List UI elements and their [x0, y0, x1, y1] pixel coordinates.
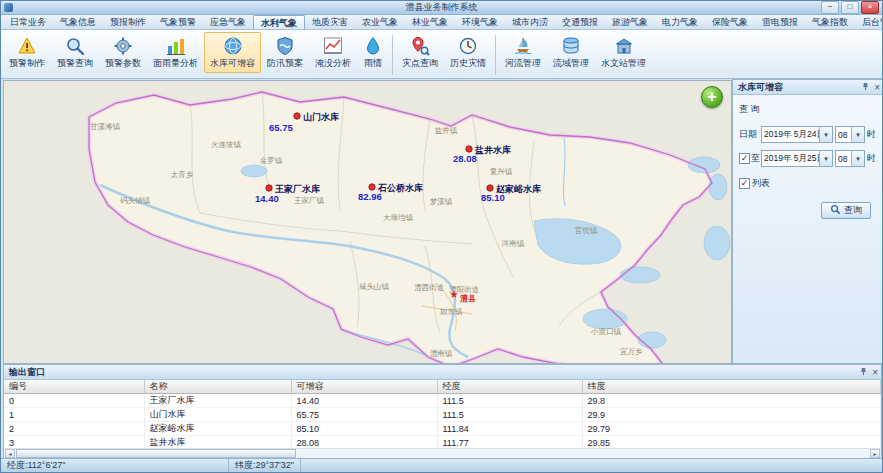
column-header[interactable]: 纬度: [582, 380, 881, 394]
title-bar: 澧县业务制作系统 − □ ×: [1, 1, 882, 15]
reservoir-name: 盐井水库: [474, 145, 511, 155]
toolbar-warning-query-button[interactable]: 预警查询: [51, 32, 99, 73]
pin-icon[interactable]: [859, 367, 868, 378]
toolbar-warning-create-button[interactable]: 预警制作: [3, 32, 51, 73]
pin-icon[interactable]: [861, 82, 870, 93]
basin-layers-icon: [561, 36, 581, 56]
close-button[interactable]: ×: [861, 1, 879, 14]
reservoir-name: 石公桥水库: [377, 183, 423, 193]
table-row[interactable]: 2赵家峪水库85.10111.8429.79: [4, 422, 881, 436]
chevron-down-icon[interactable]: ▾: [851, 127, 864, 142]
toolbar-river-management-button[interactable]: 河流管理: [499, 32, 547, 73]
horizontal-scrollbar[interactable]: ◂ ▸: [5, 448, 880, 458]
scrollbar-thumb[interactable]: [16, 449, 296, 458]
menu-item-11[interactable]: 城市内涝: [505, 15, 555, 29]
reservoir-marker[interactable]: [369, 184, 375, 190]
panel-close-icon[interactable]: ×: [874, 83, 880, 92]
town-label: 澧西街道: [414, 283, 445, 292]
status-bar: 经度:112°6'27" 纬度:29°37'32": [1, 458, 882, 472]
column-header[interactable]: 可增容: [291, 380, 437, 394]
check-icon: ✓: [741, 154, 749, 163]
menu-bar: 日常业务气象信息预报制作气象预警应急气象水利气象地质灾害农业气象林业气象环境气象…: [1, 15, 882, 30]
reservoir-marker[interactable]: [266, 185, 272, 191]
query-button[interactable]: 查询: [821, 202, 871, 219]
menu-item-12[interactable]: 交通预报: [555, 15, 605, 29]
query-button-label: 查询: [844, 204, 862, 217]
town-label: 王家厂镇: [294, 196, 325, 205]
county-seat-star-icon: ★: [450, 289, 459, 300]
scroll-left-icon[interactable]: ◂: [5, 449, 15, 458]
toolbar-warning-params-button[interactable]: 预警参数: [99, 32, 147, 73]
menu-item-8[interactable]: 农业气象: [355, 15, 405, 29]
list-checkbox[interactable]: ✓: [739, 178, 750, 189]
toolbar-basin-management-button[interactable]: 流域管理: [547, 32, 595, 73]
reservoir-name: 山门水库: [303, 112, 339, 122]
column-header[interactable]: 编号: [4, 380, 144, 394]
end-date-value: 2019年 5月25日: [762, 153, 819, 165]
chevron-down-icon[interactable]: ▾: [819, 127, 832, 142]
output-panel-header: 输出窗口 ×: [4, 365, 881, 380]
map-add-button[interactable]: +: [701, 86, 723, 108]
menu-item-13[interactable]: 旅游气象: [605, 15, 655, 29]
toolbar-flood-plan-button[interactable]: 防汛预案: [261, 32, 309, 73]
menu-item-14[interactable]: 电力气象: [655, 15, 705, 29]
map-area[interactable]: 甘溪滩镇火连坡镇金罗镇盐井镇码头铺镇太青乡王家厂镇梦溪镇大堰垱镇复兴镇官垸镇涔南…: [3, 80, 732, 364]
menu-item-4[interactable]: 气象预警: [153, 15, 203, 29]
scroll-right-icon[interactable]: ▸: [870, 449, 880, 458]
menu-item-5[interactable]: 应急气象: [203, 15, 253, 29]
menu-item-16[interactable]: 雷电预报: [755, 15, 805, 29]
toolbar-disaster-point-button[interactable]: 灾点查询: [396, 32, 444, 73]
end-date-combo[interactable]: 2019年 5月25日 ▾: [761, 150, 833, 167]
reservoir-value: 14.40: [255, 193, 279, 204]
side-panel-header: 水库可增容 ×: [733, 80, 883, 95]
table-row[interactable]: 0王家厂水库14.40111.529.8: [4, 394, 881, 408]
menu-item-15[interactable]: 保险气象: [705, 15, 755, 29]
output-panel: 输出窗口 × 编号名称可增容经度纬度 0王家厂水库14.40111.529.81…: [3, 364, 882, 460]
menu-item-9[interactable]: 林业气象: [405, 15, 455, 29]
maximize-button[interactable]: □: [841, 1, 859, 14]
county-seat-label: 澧县: [459, 294, 476, 303]
toolbar-rain-info-button[interactable]: 雨情: [357, 32, 389, 73]
county-map[interactable]: 甘溪滩镇火连坡镇金罗镇盐井镇码头铺镇太青乡王家厂镇梦溪镇大堰垱镇复兴镇官垸镇涔南…: [4, 81, 731, 364]
start-hour-value: 08: [836, 130, 851, 140]
line-chart-icon: [323, 36, 343, 56]
reservoir-marker[interactable]: [466, 146, 472, 152]
reservoir-marker[interactable]: [487, 185, 493, 191]
menu-item-2[interactable]: 气象信息: [53, 15, 103, 29]
menu-item-1[interactable]: 日常业务: [3, 15, 53, 29]
column-header[interactable]: 名称: [144, 380, 291, 394]
column-header[interactable]: 经度: [437, 380, 582, 394]
toolbar-area-rainfall-button[interactable]: 面雨量分析: [147, 32, 204, 73]
start-hour-combo[interactable]: 08 ▾: [835, 126, 865, 143]
table-row[interactable]: 1山门水库65.75111.529.9: [4, 408, 881, 422]
menu-item-7[interactable]: 地质灾害: [305, 15, 355, 29]
to-date-checkbox[interactable]: ✓: [739, 153, 750, 164]
end-date-row: ✓ 至 2019年 5月25日 ▾ 08 ▾ 时: [739, 150, 877, 167]
reservoir-marker[interactable]: [294, 113, 300, 119]
panel-close-icon[interactable]: ×: [872, 368, 878, 377]
menu-item-6[interactable]: 水利气象: [253, 15, 305, 29]
start-date-combo[interactable]: 2019年 5月24日 ▾: [761, 126, 833, 143]
toolbar-inundation-analysis-button[interactable]: 淹没分析: [309, 32, 357, 73]
chevron-down-icon[interactable]: ▾: [819, 151, 832, 166]
status-longitude: 经度:112°6'27": [1, 459, 229, 472]
toolbar-disaster-history-button[interactable]: 历史灾情: [444, 32, 492, 73]
reservoir-globe-icon: [223, 36, 243, 56]
toolbar-hydro-station-button[interactable]: 水文站管理: [595, 32, 652, 73]
town-label: 码头铺镇: [120, 196, 151, 205]
town-label: 宜万乡: [620, 347, 643, 356]
town-label: 小渡口镇: [590, 327, 622, 336]
menu-item-17[interactable]: 气象指数: [805, 15, 855, 29]
minimize-button[interactable]: −: [821, 1, 839, 14]
menu-item-18[interactable]: 后台管理: [855, 15, 883, 29]
list-label: 列表: [752, 177, 770, 190]
chevron-down-icon[interactable]: ▾: [851, 151, 864, 166]
output-panel-title: 输出窗口: [9, 366, 45, 379]
window-controls: − □ ×: [821, 1, 879, 14]
end-hour-combo[interactable]: 08 ▾: [835, 150, 865, 167]
toolbar-separator: [392, 35, 393, 75]
menu-item-3[interactable]: 预报制作: [103, 15, 153, 29]
history-clock-icon: [458, 36, 478, 56]
toolbar-reservoir-capacity-button[interactable]: 水库可增容: [204, 32, 261, 73]
menu-item-10[interactable]: 环境气象: [455, 15, 505, 29]
